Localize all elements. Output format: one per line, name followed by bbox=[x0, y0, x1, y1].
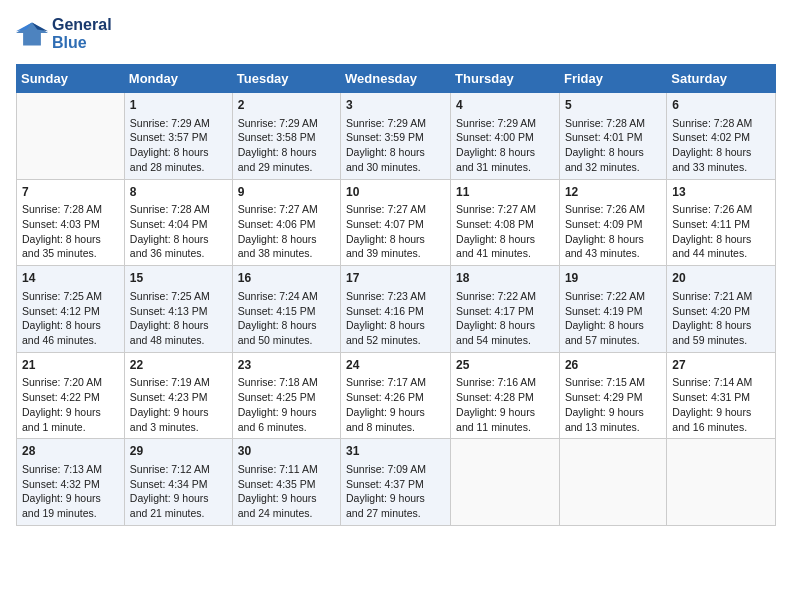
day-info: Sunrise: 7:27 AM Sunset: 4:06 PM Dayligh… bbox=[238, 202, 335, 261]
day-info: Sunrise: 7:28 AM Sunset: 4:03 PM Dayligh… bbox=[22, 202, 119, 261]
day-number: 23 bbox=[238, 357, 335, 374]
header-day: Monday bbox=[124, 65, 232, 93]
day-info: Sunrise: 7:28 AM Sunset: 4:01 PM Dayligh… bbox=[565, 116, 661, 175]
day-info: Sunrise: 7:19 AM Sunset: 4:23 PM Dayligh… bbox=[130, 375, 227, 434]
calendar-cell: 20Sunrise: 7:21 AM Sunset: 4:20 PM Dayli… bbox=[667, 266, 776, 353]
day-info: Sunrise: 7:20 AM Sunset: 4:22 PM Dayligh… bbox=[22, 375, 119, 434]
day-number: 8 bbox=[130, 184, 227, 201]
calendar-week: 7Sunrise: 7:28 AM Sunset: 4:03 PM Daylig… bbox=[17, 179, 776, 266]
day-info: Sunrise: 7:26 AM Sunset: 4:09 PM Dayligh… bbox=[565, 202, 661, 261]
day-info: Sunrise: 7:09 AM Sunset: 4:37 PM Dayligh… bbox=[346, 462, 445, 521]
day-number: 21 bbox=[22, 357, 119, 374]
calendar-cell: 5Sunrise: 7:28 AM Sunset: 4:01 PM Daylig… bbox=[559, 93, 666, 180]
day-info: Sunrise: 7:18 AM Sunset: 4:25 PM Dayligh… bbox=[238, 375, 335, 434]
calendar-cell bbox=[451, 439, 560, 526]
day-info: Sunrise: 7:23 AM Sunset: 4:16 PM Dayligh… bbox=[346, 289, 445, 348]
day-info: Sunrise: 7:29 AM Sunset: 3:58 PM Dayligh… bbox=[238, 116, 335, 175]
calendar-cell: 28Sunrise: 7:13 AM Sunset: 4:32 PM Dayli… bbox=[17, 439, 125, 526]
day-info: Sunrise: 7:22 AM Sunset: 4:17 PM Dayligh… bbox=[456, 289, 554, 348]
day-number: 14 bbox=[22, 270, 119, 287]
day-number: 30 bbox=[238, 443, 335, 460]
calendar-cell: 27Sunrise: 7:14 AM Sunset: 4:31 PM Dayli… bbox=[667, 352, 776, 439]
calendar-cell bbox=[17, 93, 125, 180]
calendar-cell: 6Sunrise: 7:28 AM Sunset: 4:02 PM Daylig… bbox=[667, 93, 776, 180]
day-number: 11 bbox=[456, 184, 554, 201]
day-info: Sunrise: 7:13 AM Sunset: 4:32 PM Dayligh… bbox=[22, 462, 119, 521]
calendar-cell: 25Sunrise: 7:16 AM Sunset: 4:28 PM Dayli… bbox=[451, 352, 560, 439]
logo-text: General Blue bbox=[52, 16, 112, 52]
calendar-cell: 7Sunrise: 7:28 AM Sunset: 4:03 PM Daylig… bbox=[17, 179, 125, 266]
calendar-cell: 11Sunrise: 7:27 AM Sunset: 4:08 PM Dayli… bbox=[451, 179, 560, 266]
calendar-cell: 16Sunrise: 7:24 AM Sunset: 4:15 PM Dayli… bbox=[232, 266, 340, 353]
day-info: Sunrise: 7:26 AM Sunset: 4:11 PM Dayligh… bbox=[672, 202, 770, 261]
calendar-week: 21Sunrise: 7:20 AM Sunset: 4:22 PM Dayli… bbox=[17, 352, 776, 439]
day-info: Sunrise: 7:29 AM Sunset: 3:57 PM Dayligh… bbox=[130, 116, 227, 175]
logo-icon bbox=[16, 20, 48, 48]
day-info: Sunrise: 7:25 AM Sunset: 4:13 PM Dayligh… bbox=[130, 289, 227, 348]
day-number: 1 bbox=[130, 97, 227, 114]
calendar-table: SundayMondayTuesdayWednesdayThursdayFrid… bbox=[16, 64, 776, 526]
day-number: 4 bbox=[456, 97, 554, 114]
day-info: Sunrise: 7:28 AM Sunset: 4:04 PM Dayligh… bbox=[130, 202, 227, 261]
day-number: 24 bbox=[346, 357, 445, 374]
calendar-body: 1Sunrise: 7:29 AM Sunset: 3:57 PM Daylig… bbox=[17, 93, 776, 526]
day-number: 22 bbox=[130, 357, 227, 374]
calendar-header: SundayMondayTuesdayWednesdayThursdayFrid… bbox=[17, 65, 776, 93]
calendar-cell: 30Sunrise: 7:11 AM Sunset: 4:35 PM Dayli… bbox=[232, 439, 340, 526]
day-number: 18 bbox=[456, 270, 554, 287]
day-number: 28 bbox=[22, 443, 119, 460]
day-number: 17 bbox=[346, 270, 445, 287]
calendar-cell: 31Sunrise: 7:09 AM Sunset: 4:37 PM Dayli… bbox=[341, 439, 451, 526]
day-info: Sunrise: 7:29 AM Sunset: 3:59 PM Dayligh… bbox=[346, 116, 445, 175]
day-info: Sunrise: 7:27 AM Sunset: 4:07 PM Dayligh… bbox=[346, 202, 445, 261]
header-day: Wednesday bbox=[341, 65, 451, 93]
calendar-cell: 19Sunrise: 7:22 AM Sunset: 4:19 PM Dayli… bbox=[559, 266, 666, 353]
day-number: 29 bbox=[130, 443, 227, 460]
calendar-week: 28Sunrise: 7:13 AM Sunset: 4:32 PM Dayli… bbox=[17, 439, 776, 526]
calendar-cell: 18Sunrise: 7:22 AM Sunset: 4:17 PM Dayli… bbox=[451, 266, 560, 353]
day-number: 27 bbox=[672, 357, 770, 374]
day-number: 20 bbox=[672, 270, 770, 287]
calendar-cell: 22Sunrise: 7:19 AM Sunset: 4:23 PM Dayli… bbox=[124, 352, 232, 439]
calendar-cell: 9Sunrise: 7:27 AM Sunset: 4:06 PM Daylig… bbox=[232, 179, 340, 266]
day-info: Sunrise: 7:17 AM Sunset: 4:26 PM Dayligh… bbox=[346, 375, 445, 434]
day-info: Sunrise: 7:12 AM Sunset: 4:34 PM Dayligh… bbox=[130, 462, 227, 521]
calendar-cell bbox=[559, 439, 666, 526]
day-info: Sunrise: 7:14 AM Sunset: 4:31 PM Dayligh… bbox=[672, 375, 770, 434]
day-number: 15 bbox=[130, 270, 227, 287]
day-number: 7 bbox=[22, 184, 119, 201]
day-number: 13 bbox=[672, 184, 770, 201]
day-info: Sunrise: 7:16 AM Sunset: 4:28 PM Dayligh… bbox=[456, 375, 554, 434]
calendar-cell: 29Sunrise: 7:12 AM Sunset: 4:34 PM Dayli… bbox=[124, 439, 232, 526]
header-day: Saturday bbox=[667, 65, 776, 93]
day-number: 12 bbox=[565, 184, 661, 201]
calendar-cell: 4Sunrise: 7:29 AM Sunset: 4:00 PM Daylig… bbox=[451, 93, 560, 180]
day-number: 25 bbox=[456, 357, 554, 374]
day-number: 6 bbox=[672, 97, 770, 114]
day-info: Sunrise: 7:21 AM Sunset: 4:20 PM Dayligh… bbox=[672, 289, 770, 348]
day-number: 10 bbox=[346, 184, 445, 201]
day-number: 9 bbox=[238, 184, 335, 201]
day-info: Sunrise: 7:29 AM Sunset: 4:00 PM Dayligh… bbox=[456, 116, 554, 175]
header-day: Sunday bbox=[17, 65, 125, 93]
day-number: 16 bbox=[238, 270, 335, 287]
day-info: Sunrise: 7:15 AM Sunset: 4:29 PM Dayligh… bbox=[565, 375, 661, 434]
calendar-cell: 15Sunrise: 7:25 AM Sunset: 4:13 PM Dayli… bbox=[124, 266, 232, 353]
day-number: 2 bbox=[238, 97, 335, 114]
calendar-cell: 12Sunrise: 7:26 AM Sunset: 4:09 PM Dayli… bbox=[559, 179, 666, 266]
calendar-cell: 8Sunrise: 7:28 AM Sunset: 4:04 PM Daylig… bbox=[124, 179, 232, 266]
day-number: 31 bbox=[346, 443, 445, 460]
header-day: Thursday bbox=[451, 65, 560, 93]
day-number: 5 bbox=[565, 97, 661, 114]
calendar-cell bbox=[667, 439, 776, 526]
header-day: Friday bbox=[559, 65, 666, 93]
logo: General Blue bbox=[16, 16, 112, 52]
day-info: Sunrise: 7:11 AM Sunset: 4:35 PM Dayligh… bbox=[238, 462, 335, 521]
header: General Blue bbox=[16, 16, 776, 52]
day-info: Sunrise: 7:22 AM Sunset: 4:19 PM Dayligh… bbox=[565, 289, 661, 348]
calendar-cell: 10Sunrise: 7:27 AM Sunset: 4:07 PM Dayli… bbox=[341, 179, 451, 266]
day-info: Sunrise: 7:28 AM Sunset: 4:02 PM Dayligh… bbox=[672, 116, 770, 175]
day-number: 3 bbox=[346, 97, 445, 114]
calendar-cell: 13Sunrise: 7:26 AM Sunset: 4:11 PM Dayli… bbox=[667, 179, 776, 266]
day-number: 26 bbox=[565, 357, 661, 374]
